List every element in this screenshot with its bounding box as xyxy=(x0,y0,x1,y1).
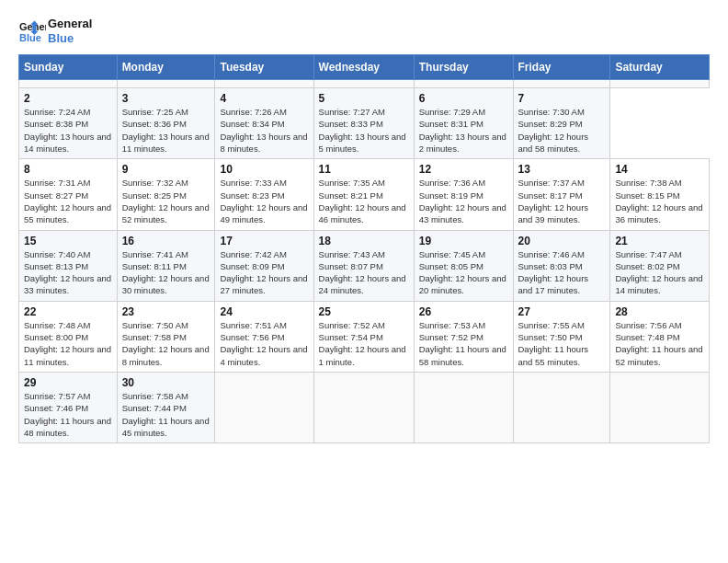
calendar-cell xyxy=(215,372,313,442)
day-number: 26 xyxy=(419,305,508,318)
calendar-cell: 3Sunrise: 7:25 AMSunset: 8:36 PMDaylight… xyxy=(117,88,215,159)
calendar-cell: 5Sunrise: 7:27 AMSunset: 8:33 PMDaylight… xyxy=(313,88,414,159)
day-number: 11 xyxy=(319,163,409,176)
day-info: Sunrise: 7:24 AMSunset: 8:38 PMDaylight:… xyxy=(24,106,112,155)
day-info: Sunrise: 7:42 AMSunset: 8:09 PMDaylight:… xyxy=(220,248,308,297)
calendar-cell: 2Sunrise: 7:24 AMSunset: 8:38 PMDaylight… xyxy=(19,88,118,159)
day-number: 10 xyxy=(220,163,308,176)
day-info: Sunrise: 7:37 AMSunset: 8:17 PMDaylight:… xyxy=(518,177,606,225)
day-number: 30 xyxy=(122,376,210,389)
day-info: Sunrise: 7:55 AMSunset: 7:50 PMDaylight:… xyxy=(518,319,606,368)
day-info: Sunrise: 7:58 AMSunset: 7:44 PMDaylight:… xyxy=(122,390,210,439)
calendar-cell: 7Sunrise: 7:30 AMSunset: 8:29 PMDaylight… xyxy=(513,88,610,159)
col-header-saturday: Saturday xyxy=(610,55,710,80)
day-number: 14 xyxy=(615,163,704,176)
header-row: SundayMondayTuesdayWednesdayThursdayFrid… xyxy=(19,55,710,80)
calendar-cell: 22Sunrise: 7:48 AMSunset: 8:00 PMDayligh… xyxy=(19,301,118,372)
day-info: Sunrise: 7:40 AMSunset: 8:13 PMDaylight:… xyxy=(24,248,112,297)
calendar-cell: 25Sunrise: 7:52 AMSunset: 7:54 PMDayligh… xyxy=(313,301,414,372)
calendar-cell xyxy=(215,80,313,88)
calendar-cell: 10Sunrise: 7:33 AMSunset: 8:23 PMDayligh… xyxy=(215,159,313,230)
calendar-cell: 20Sunrise: 7:46 AMSunset: 8:03 PMDayligh… xyxy=(513,230,610,301)
calendar-cell: 9Sunrise: 7:32 AMSunset: 8:25 PMDaylight… xyxy=(117,159,215,230)
day-number: 17 xyxy=(220,235,308,247)
col-header-tuesday: Tuesday xyxy=(215,55,313,80)
calendar-cell: 29Sunrise: 7:57 AMSunset: 7:46 PMDayligh… xyxy=(19,372,118,442)
calendar-cell: 12Sunrise: 7:36 AMSunset: 8:19 PMDayligh… xyxy=(414,159,513,230)
calendar-cell: 23Sunrise: 7:50 AMSunset: 7:58 PMDayligh… xyxy=(117,301,215,372)
day-number: 20 xyxy=(518,235,606,247)
calendar-cell xyxy=(414,80,513,88)
day-info: Sunrise: 7:29 AMSunset: 8:31 PMDaylight:… xyxy=(419,106,508,155)
page: General Blue General Blue SundayMondayTu… xyxy=(0,0,728,563)
day-number: 6 xyxy=(419,92,508,105)
day-info: Sunrise: 7:51 AMSunset: 7:56 PMDaylight:… xyxy=(220,319,308,368)
day-info: Sunrise: 7:35 AMSunset: 8:21 PMDaylight:… xyxy=(319,177,409,225)
week-row-4: 15Sunrise: 7:40 AMSunset: 8:13 PMDayligh… xyxy=(19,230,710,301)
day-number: 29 xyxy=(24,376,112,389)
calendar-cell: 24Sunrise: 7:51 AMSunset: 7:56 PMDayligh… xyxy=(215,301,313,372)
calendar-cell: 19Sunrise: 7:45 AMSunset: 8:05 PMDayligh… xyxy=(414,230,513,301)
day-number: 28 xyxy=(615,305,704,318)
logo-icon: General Blue xyxy=(18,17,46,45)
calendar-cell xyxy=(610,80,710,88)
calendar-cell xyxy=(313,80,414,88)
svg-text:Blue: Blue xyxy=(19,32,41,43)
day-number: 27 xyxy=(518,305,606,318)
day-number: 16 xyxy=(122,235,210,247)
calendar-cell: 21Sunrise: 7:47 AMSunset: 8:02 PMDayligh… xyxy=(610,230,710,301)
day-info: Sunrise: 7:52 AMSunset: 7:54 PMDaylight:… xyxy=(319,319,409,368)
calendar-cell xyxy=(610,372,710,442)
day-number: 7 xyxy=(518,92,606,105)
day-number: 3 xyxy=(122,92,210,105)
day-number: 19 xyxy=(419,235,508,247)
calendar-cell: 13Sunrise: 7:37 AMSunset: 8:17 PMDayligh… xyxy=(513,159,610,230)
day-info: Sunrise: 7:32 AMSunset: 8:25 PMDaylight:… xyxy=(122,177,210,225)
day-info: Sunrise: 7:57 AMSunset: 7:46 PMDaylight:… xyxy=(24,390,112,439)
calendar-cell: 8Sunrise: 7:31 AMSunset: 8:27 PMDaylight… xyxy=(19,159,118,230)
calendar-table: SundayMondayTuesdayWednesdayThursdayFrid… xyxy=(18,54,710,443)
day-number: 9 xyxy=(122,163,210,176)
day-info: Sunrise: 7:43 AMSunset: 8:07 PMDaylight:… xyxy=(319,248,409,297)
calendar-cell: 27Sunrise: 7:55 AMSunset: 7:50 PMDayligh… xyxy=(513,301,610,372)
week-row-3: 8Sunrise: 7:31 AMSunset: 8:27 PMDaylight… xyxy=(19,159,710,230)
day-info: Sunrise: 7:50 AMSunset: 7:58 PMDaylight:… xyxy=(122,319,210,368)
calendar-cell: 11Sunrise: 7:35 AMSunset: 8:21 PMDayligh… xyxy=(313,159,414,230)
day-info: Sunrise: 7:31 AMSunset: 8:27 PMDaylight:… xyxy=(24,177,112,225)
day-number: 2 xyxy=(24,92,112,105)
day-number: 4 xyxy=(220,92,308,105)
day-number: 18 xyxy=(319,235,409,247)
day-info: Sunrise: 7:53 AMSunset: 7:52 PMDaylight:… xyxy=(419,319,508,368)
day-number: 5 xyxy=(319,92,409,105)
col-header-sunday: Sunday xyxy=(19,55,118,80)
day-info: Sunrise: 7:26 AMSunset: 8:34 PMDaylight:… xyxy=(220,106,308,155)
day-info: Sunrise: 7:38 AMSunset: 8:15 PMDaylight:… xyxy=(615,177,704,225)
day-number: 8 xyxy=(24,163,112,176)
day-number: 13 xyxy=(518,163,606,176)
col-header-friday: Friday xyxy=(513,55,610,80)
calendar-cell xyxy=(414,372,513,442)
day-info: Sunrise: 7:27 AMSunset: 8:33 PMDaylight:… xyxy=(319,106,409,155)
col-header-wednesday: Wednesday xyxy=(313,55,414,80)
logo-general: General xyxy=(48,17,92,31)
day-number: 22 xyxy=(24,305,112,318)
calendar-cell xyxy=(19,80,118,88)
day-number: 25 xyxy=(319,305,409,318)
calendar-cell xyxy=(117,80,215,88)
week-row-2: 2Sunrise: 7:24 AMSunset: 8:38 PMDaylight… xyxy=(19,88,710,159)
day-info: Sunrise: 7:45 AMSunset: 8:05 PMDaylight:… xyxy=(419,248,508,297)
logo: General Blue General Blue xyxy=(18,17,92,45)
calendar-cell xyxy=(513,372,610,442)
calendar-cell xyxy=(313,372,414,442)
calendar-cell: 15Sunrise: 7:40 AMSunset: 8:13 PMDayligh… xyxy=(19,230,118,301)
day-info: Sunrise: 7:41 AMSunset: 8:11 PMDaylight:… xyxy=(122,248,210,297)
calendar-cell: 17Sunrise: 7:42 AMSunset: 8:09 PMDayligh… xyxy=(215,230,313,301)
day-info: Sunrise: 7:30 AMSunset: 8:29 PMDaylight:… xyxy=(518,106,606,155)
calendar-cell: 30Sunrise: 7:58 AMSunset: 7:44 PMDayligh… xyxy=(117,372,215,442)
calendar-cell: 26Sunrise: 7:53 AMSunset: 7:52 PMDayligh… xyxy=(414,301,513,372)
day-info: Sunrise: 7:56 AMSunset: 7:48 PMDaylight:… xyxy=(615,319,704,368)
col-header-monday: Monday xyxy=(117,55,215,80)
calendar-cell: 28Sunrise: 7:56 AMSunset: 7:48 PMDayligh… xyxy=(610,301,710,372)
day-number: 24 xyxy=(220,305,308,318)
calendar-cell: 6Sunrise: 7:29 AMSunset: 8:31 PMDaylight… xyxy=(414,88,513,159)
